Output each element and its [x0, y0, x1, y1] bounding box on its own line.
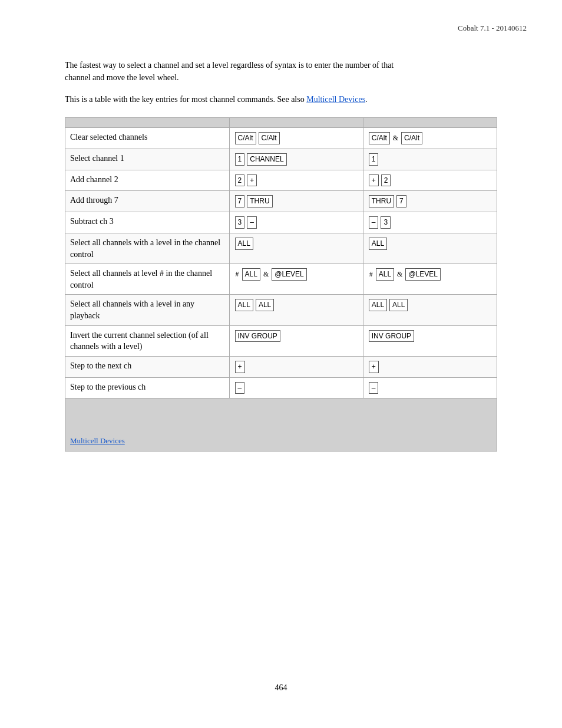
key-minus3: – — [235, 382, 245, 394]
table-row: Select all channels with a level in any … — [65, 295, 497, 325]
key-hash1: # — [236, 269, 239, 279]
table-header-row — [65, 118, 497, 128]
key-calt1: C/Alt — [235, 132, 256, 144]
row-col2: # ALL & @LEVEL — [229, 264, 363, 295]
footer-multicell-link[interactable]: Multicell Devices — [70, 436, 125, 445]
multicell-link[interactable]: Multicell Devices — [306, 95, 365, 104]
row-description: Add channel 2 — [65, 170, 230, 191]
key-2: 2 — [235, 174, 245, 187]
key-minus2: – — [369, 216, 379, 229]
key-all1: ALL — [235, 238, 253, 250]
key-plus2: + — [369, 174, 379, 187]
table-row: Step to the next ch + + — [65, 356, 497, 377]
row-col3: # ALL & @LEVEL — [363, 264, 497, 295]
row-col3: – 3 — [363, 212, 497, 233]
row-col3: ALL — [363, 233, 497, 263]
channel-commands-table: Clear selected channels C/Alt C/Alt C/Al… — [65, 117, 497, 452]
col2-header — [229, 118, 363, 128]
key-calt2: C/Alt — [259, 132, 280, 144]
intro-paragraph: The fastest way to select a channel and … — [65, 59, 497, 84]
row-col3: 1 — [363, 149, 497, 170]
key-atlevel2: @LEVEL — [405, 268, 441, 281]
row-col2: 3 – — [229, 212, 363, 233]
table-row: Step to the previous ch – – — [65, 377, 497, 398]
row-description: Select all channels with a level in any … — [65, 295, 230, 325]
key-1b: 1 — [369, 153, 379, 166]
key-calt4: C/Alt — [401, 132, 422, 144]
key-plus4: + — [369, 361, 379, 373]
row-col2: 2 + — [229, 170, 363, 191]
row-col3: ALL ALL — [363, 295, 497, 325]
row-col2: – — [229, 377, 363, 398]
key-3b: 3 — [381, 216, 391, 229]
key-7b: 7 — [396, 195, 406, 207]
row-col2: C/Alt C/Alt — [229, 128, 363, 149]
intro-line2: channel and move the level wheel. — [65, 73, 179, 82]
key-3: 3 — [235, 216, 245, 229]
key-thru1: THRU — [247, 195, 272, 207]
table-row: Select channel 1 1 CHANNEL 1 — [65, 149, 497, 170]
header-title: Cobalt 7.1 - 20140612 — [458, 24, 527, 32]
row-col2: 1 CHANNEL — [229, 149, 363, 170]
row-description: Subtract ch 3 — [65, 212, 230, 233]
table-row: Invert the current channel selection (of… — [65, 325, 497, 356]
key-2b: 2 — [381, 174, 391, 187]
col3-header — [363, 118, 497, 128]
key-plus3: + — [235, 361, 245, 373]
key-all4: ALL — [376, 268, 394, 281]
row-description: Invert the current channel selection (of… — [65, 325, 230, 356]
key-channel: CHANNEL — [247, 153, 286, 166]
table-footer-row: Multicell Devices — [65, 398, 497, 452]
key-amp: & — [393, 133, 398, 143]
key-minus1: – — [247, 216, 257, 229]
row-col3: + 2 — [363, 170, 497, 191]
row-col2: ALL — [229, 233, 363, 263]
row-col2: INV GROUP — [229, 325, 363, 356]
see-also-suffix: . — [365, 95, 368, 104]
key-all5: ALL — [235, 299, 253, 311]
table-row: Add through 7 7 THRU THRU 7 — [65, 191, 497, 212]
row-description: Select all channels with a level in the … — [65, 233, 230, 263]
key-plus1: + — [247, 174, 257, 187]
row-col3: INV GROUP — [363, 325, 497, 356]
intro-line1: The fastest way to select a channel and … — [65, 61, 394, 70]
see-also-paragraph: This is a table with the key entries for… — [65, 93, 497, 106]
key-all6: ALL — [256, 299, 274, 311]
row-description: Clear selected channels — [65, 128, 230, 149]
table-row: Subtract ch 3 3 – – 3 — [65, 212, 497, 233]
main-content: The fastest way to select a channel and … — [65, 59, 497, 457]
row-col2: + — [229, 356, 363, 377]
row-col3: C/Alt & C/Alt — [363, 128, 497, 149]
key-invgroup1: INV GROUP — [235, 330, 280, 342]
see-also-prefix: This is a table with the key entries for… — [65, 95, 306, 104]
row-description: Step to the next ch — [65, 356, 230, 377]
row-col2: 7 THRU — [229, 191, 363, 212]
page-number: 464 — [0, 683, 562, 693]
key-amp2: & — [263, 269, 269, 279]
row-col2: ALL ALL — [229, 295, 363, 325]
key-atlevel1: @LEVEL — [272, 268, 307, 281]
row-description: Step to the previous ch — [65, 377, 230, 398]
row-description: Select all channels at level # in the ch… — [65, 264, 230, 295]
key-calt3: C/Alt — [369, 132, 390, 144]
key-all3: ALL — [242, 268, 260, 281]
key-all7: ALL — [369, 299, 387, 311]
key-thru2: THRU — [369, 195, 394, 207]
key-hash2: # — [369, 269, 373, 279]
row-col3: THRU 7 — [363, 191, 497, 212]
row-description: Select channel 1 — [65, 149, 230, 170]
row-description: Add through 7 — [65, 191, 230, 212]
row-col3: + — [363, 356, 497, 377]
table-row: Add channel 2 2 + + 2 — [65, 170, 497, 191]
key-7: 7 — [235, 195, 245, 207]
col1-header — [65, 118, 230, 128]
table-row: Select all channels with a level in the … — [65, 233, 497, 263]
key-all8: ALL — [389, 299, 408, 311]
page-number-text: 464 — [275, 683, 287, 692]
key-all2: ALL — [369, 238, 387, 250]
table-row: Clear selected channels C/Alt C/Alt C/Al… — [65, 128, 497, 149]
key-amp3: & — [397, 269, 402, 279]
table-row: Select all channels at level # in the ch… — [65, 264, 497, 295]
row-col3: – — [363, 377, 497, 398]
key-1: 1 — [235, 153, 245, 166]
